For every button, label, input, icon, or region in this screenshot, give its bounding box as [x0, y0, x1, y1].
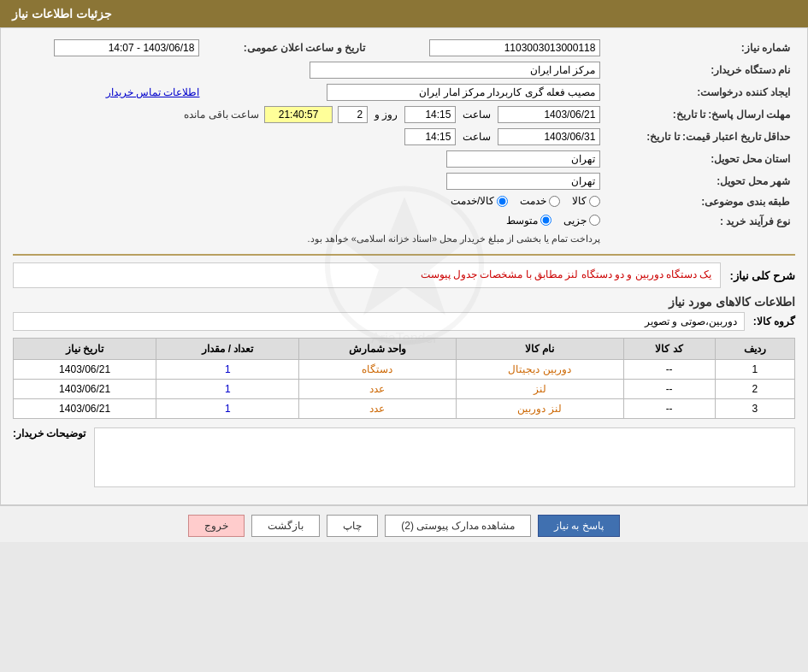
buyer-name-input[interactable] — [310, 62, 600, 79]
cell-date: 1403/06/21 — [14, 399, 156, 419]
deadline-date-input[interactable] — [498, 106, 600, 123]
city-label: شهر محل تحویل: — [605, 170, 795, 192]
cell-name: لنز دوربین — [456, 399, 623, 419]
notes-section: توضیحات خریدار: — [13, 427, 795, 487]
category-radio-group: کالا خدمت کالا/خدمت — [451, 195, 600, 207]
reply-button[interactable]: پاسخ به نیاز — [538, 515, 620, 537]
category-option-kala[interactable]: کالا — [572, 195, 600, 207]
requester-label: ایجاد کننده درخواست: — [605, 81, 795, 103]
remaining-label: ساعت باقی مانده — [184, 109, 259, 121]
cell-code: -- — [623, 380, 715, 399]
col-header-code: کد کالا — [623, 339, 715, 360]
cell-id: 3 — [715, 399, 794, 419]
category-label: طبقه بندی موضوعی: — [605, 192, 795, 212]
description-box: یک دستگاه دوربین و دو دستگاه لنز مطابق ب… — [13, 262, 721, 288]
cell-unit: عدد — [299, 399, 456, 419]
category-option-khedmat[interactable]: خدمت — [520, 195, 560, 207]
info-table: شماره نیاز: تاریخ و ساعت اعلان عمومی: نا… — [13, 37, 795, 247]
deadline-days-label: روز و — [375, 109, 398, 121]
print-button[interactable]: چاپ — [327, 515, 378, 537]
purchase-note: پرداخت تمام یا بخشی از مبلغ خریدار محل «… — [13, 231, 605, 247]
cell-name: لنز — [456, 380, 623, 399]
col-header-date: تاریخ نیاز — [14, 339, 156, 360]
back-button[interactable]: بازگشت — [251, 515, 320, 537]
province-input[interactable] — [446, 150, 600, 168]
view-docs-button[interactable]: مشاهده مدارک پیوستی (2) — [385, 515, 531, 537]
validity-label: حداقل تاریخ اعتبار قیمت: تا تاریخ: — [605, 126, 795, 148]
table-row: 2 -- لنز عدد 1 1403/06/21 — [14, 380, 795, 399]
goods-table: ردیف کد کالا نام کالا واحد شمارش تعداد /… — [13, 338, 795, 419]
table-row: 3 -- لنز دوربین عدد 1 1403/06/21 — [14, 399, 795, 419]
goods-group-row: گروه کالا: دوربین،صوتی و تصویر — [13, 312, 795, 331]
cell-unit: عدد — [299, 380, 456, 399]
page-title: جزئیات اطلاعات نیاز — [12, 7, 112, 21]
page-header: جزئیات اطلاعات نیاز — [0, 0, 808, 27]
need-number-label: شماره نیاز: — [605, 37, 795, 59]
city-input[interactable] — [446, 173, 600, 190]
validity-time-label: ساعت — [463, 131, 491, 143]
deadline-time-input[interactable] — [404, 106, 456, 123]
deadline-time-label: ساعت — [463, 109, 491, 121]
validity-time-input[interactable] — [404, 128, 456, 145]
notes-label: توضیحات خریدار: — [13, 427, 86, 439]
goods-group-value: دوربین،صوتی و تصویر — [13, 312, 745, 331]
col-header-name: نام کالا — [456, 339, 623, 360]
cell-id: 2 — [715, 380, 794, 399]
main-content: AriaTender شماره نیاز: تاریخ و ساعت اعلا… — [0, 27, 808, 505]
col-header-id: ردیف — [715, 339, 794, 360]
announcement-date-label: تاریخ و ساعت اعلان عمومی: — [204, 37, 382, 59]
goods-section-title: اطلاعات کالاهای مورد نیاز — [13, 295, 795, 309]
contact-link[interactable]: اطلاعات تماس خریدار — [106, 86, 200, 98]
cell-date: 1403/06/21 — [14, 380, 156, 399]
goods-group-label: گروه کالا: — [753, 315, 795, 327]
deadline-days-input[interactable] — [338, 106, 368, 123]
purchase-type-motevaset[interactable]: متوسط — [506, 215, 551, 227]
province-label: استان محل تحویل: — [605, 148, 795, 170]
cell-qty: 1 — [156, 399, 299, 419]
announcement-date-input[interactable] — [54, 39, 199, 56]
section-divider-1 — [13, 254, 795, 256]
col-header-qty: تعداد / مقدار — [156, 339, 299, 360]
col-header-unit: واحد شمارش — [299, 339, 456, 360]
purchase-type-radio-group: جزیی متوسط — [506, 215, 600, 227]
cell-unit: دستگاه — [299, 360, 456, 380]
cell-code: -- — [623, 360, 715, 380]
buttons-row: پاسخ به نیاز مشاهده مدارک پیوستی (2) چاپ… — [0, 505, 808, 542]
cell-qty: 1 — [156, 360, 299, 380]
description-row: شرح کلی نیاز: یک دستگاه دوربین و دو دستگ… — [13, 262, 795, 288]
table-row: 1 -- دوربین دیجیتال دستگاه 1 1403/06/21 — [14, 360, 795, 380]
purchase-type-label: نوع فرآیند خرید : — [605, 212, 795, 232]
cell-qty: 1 — [156, 380, 299, 399]
cell-code: -- — [623, 399, 715, 419]
description-label: شرح کلی نیاز: — [729, 269, 795, 282]
cell-id: 1 — [715, 360, 794, 380]
category-option-kala-khedmat[interactable]: کالا/خدمت — [451, 195, 508, 207]
cell-date: 1403/06/21 — [14, 360, 156, 380]
purchase-type-jozi[interactable]: جزیی — [563, 215, 600, 227]
notes-box[interactable] — [94, 427, 795, 487]
cell-name: دوربین دیجیتال — [456, 360, 623, 380]
buyer-name-label: نام دستگاه خریدار: — [605, 59, 795, 81]
exit-button[interactable]: خروج — [188, 515, 245, 537]
need-number-input[interactable] — [429, 39, 600, 56]
requester-input[interactable] — [327, 84, 600, 101]
deadline-label: مهلت ارسال پاسخ: تا تاریخ: — [605, 103, 795, 126]
validity-date-input[interactable] — [498, 128, 600, 145]
remaining-timer — [264, 106, 333, 123]
